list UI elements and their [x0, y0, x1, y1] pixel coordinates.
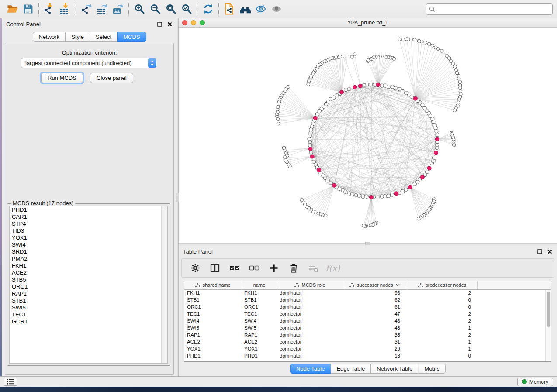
memory-button[interactable]: Memory — [517, 378, 553, 386]
mcds-result-node[interactable]: TID3 — [10, 227, 167, 234]
close-panel-button[interactable]: Close panel — [90, 73, 133, 83]
refresh-view-button[interactable] — [200, 2, 216, 16]
table-row[interactable]: STB1STB1dominator620 — [184, 296, 551, 303]
column-header-shared-name[interactable]: shared name — [184, 281, 242, 289]
network-canvas-wrap — [179, 28, 557, 243]
zoom-in-icon — [134, 3, 145, 14]
table-row[interactable]: SWI4SWI4dominator462 — [184, 317, 551, 324]
import-table-icon — [59, 3, 71, 15]
tab-select[interactable]: Select — [90, 32, 118, 42]
add-column-button[interactable] — [267, 261, 280, 275]
table-scrollbar-track[interactable] — [545, 290, 551, 361]
table-row[interactable]: ACE2ACE2connector311 — [184, 338, 551, 345]
cell-MCDS-role: dominator — [277, 296, 343, 303]
mcds-result-node[interactable]: STP4 — [10, 220, 167, 227]
mcds-result-node[interactable]: ACE2 — [10, 269, 167, 276]
table-row[interactable]: ORC1ORC1dominator610 — [184, 303, 551, 310]
cell-shared-name: SWI5 — [184, 324, 242, 331]
zoom-fit-button[interactable] — [163, 2, 179, 16]
import-network-button[interactable] — [42, 2, 57, 16]
optimization-criterion-label: Optimization criterion: — [2, 49, 177, 56]
network-window-titlebar[interactable]: YPA_prune.txt_1 — [179, 18, 557, 28]
new-network-from-file-button[interactable] — [221, 2, 237, 16]
cell-predecessor-nodes: 1 — [407, 338, 477, 345]
table-tab-node-table[interactable]: Node Table — [290, 364, 331, 374]
cell-successor-nodes: 43 — [343, 324, 407, 331]
column-header-predecessor-nodes[interactable]: predecessor nodes — [407, 281, 477, 289]
zoom-selected-button[interactable] — [179, 2, 194, 16]
save-session-icon — [23, 3, 34, 14]
cell-predecessor-nodes: 0 — [407, 296, 477, 303]
table-row[interactable]: RAP1RAP1dominator352 — [184, 331, 551, 338]
run-mcds-button[interactable]: Run MCDS — [41, 73, 83, 83]
mcds-result-node[interactable]: STB5 — [10, 276, 167, 283]
mcds-result-node[interactable]: SWI4 — [10, 241, 167, 248]
mcds-result-node[interactable]: TEC1 — [10, 311, 167, 318]
mcds-result-node[interactable]: FKH1 — [10, 262, 167, 269]
mcds-result-node[interactable]: PHD1 — [10, 206, 167, 213]
cell-name: STB1 — [242, 296, 277, 303]
table-header-row[interactable]: shared namenameMCDS rolesuccessor nodesp… — [184, 281, 551, 289]
cell-name: TEC1 — [242, 310, 277, 317]
tab-style[interactable]: Style — [65, 32, 90, 42]
table-row[interactable]: FKH1FKH1dominator962 — [184, 289, 551, 296]
search-input[interactable] — [437, 6, 550, 12]
mcds-result-node[interactable]: YOX1 — [10, 234, 167, 241]
table-row[interactable]: TEC1TEC1connector472 — [184, 310, 551, 317]
export-network-button[interactable] — [79, 2, 94, 16]
column-header-successor-nodes[interactable]: successor nodes — [343, 281, 407, 289]
float-table-panel-icon[interactable] — [536, 248, 543, 254]
column-header-name[interactable]: name — [242, 281, 277, 289]
cell-shared-name: RAP1 — [184, 331, 242, 338]
mcds-result-node[interactable]: GCR1 — [10, 318, 167, 325]
table-tab-network-table[interactable]: Network Table — [370, 364, 419, 374]
mcds-result-node[interactable]: RAP1 — [10, 290, 167, 297]
mcds-list-scrollbar[interactable] — [161, 206, 167, 363]
criterion-dropdown[interactable]: largest connected component (undirected) — [21, 58, 157, 68]
import-table-button[interactable] — [57, 2, 73, 16]
search-box[interactable] — [426, 3, 553, 15]
save-session-button[interactable] — [20, 2, 36, 16]
table-tab-edge-table[interactable]: Edge Table — [330, 364, 371, 374]
table-toolbar: f(x) — [181, 258, 554, 278]
mcds-result-list[interactable]: PHD1CAR1STP4TID3YOX1SWI4SRD1PMA2FKH1ACE2… — [9, 206, 168, 364]
mcds-result-node[interactable]: PMA2 — [10, 255, 167, 262]
mcds-result-node[interactable]: ORC1 — [10, 283, 167, 290]
toolbar-separator — [38, 3, 39, 15]
delete-columns-button[interactable] — [287, 261, 300, 275]
export-table-button[interactable] — [94, 2, 110, 16]
table-settings-button[interactable] — [189, 261, 202, 275]
open-session-button[interactable] — [4, 2, 20, 16]
column-header-MCDS-role[interactable]: MCDS role — [277, 281, 343, 289]
control-panel-tabs: NetworkStyleSelectMCDS — [32, 32, 146, 42]
table-scrollbar-thumb[interactable] — [547, 292, 550, 327]
divider-handle[interactable] — [365, 242, 370, 245]
zoom-out-button[interactable] — [147, 2, 163, 16]
select-all-rows-button[interactable] — [228, 261, 241, 275]
first-neighbors-button[interactable] — [237, 2, 253, 16]
close-table-panel-icon[interactable] — [547, 248, 553, 254]
network-canvas[interactable] — [179, 28, 557, 243]
table-row[interactable]: PHD1PHD1dominator180 — [184, 352, 551, 359]
mcds-result-node[interactable]: CAR1 — [10, 213, 167, 220]
export-image-button[interactable] — [110, 2, 126, 16]
status-list-button[interactable] — [4, 378, 17, 386]
table-row[interactable]: YOX1YOX1connector291 — [184, 345, 551, 352]
deselect-all-rows-button[interactable] — [248, 261, 261, 275]
cell-successor-nodes: 96 — [343, 289, 407, 296]
hide-selected-button[interactable] — [253, 2, 269, 16]
table-tab-motifs[interactable]: Motifs — [418, 364, 446, 374]
zoom-in-button[interactable] — [131, 2, 147, 16]
tab-network[interactable]: Network — [32, 32, 66, 42]
split-panel-button[interactable] — [208, 261, 221, 275]
mcds-result-node[interactable]: SRD1 — [10, 248, 167, 255]
float-window-icon[interactable] — [156, 21, 163, 27]
mcds-result-node[interactable]: SWI5 — [10, 304, 167, 311]
close-panel-icon[interactable] — [166, 21, 173, 27]
table-panel-title: Table Panel — [183, 248, 213, 255]
network-fan-nodes[interactable] — [275, 38, 462, 228]
mcds-result-node[interactable]: STB1 — [10, 297, 167, 304]
tab-mcds[interactable]: MCDS — [117, 32, 146, 42]
cell-name: SWI4 — [242, 317, 277, 324]
table-row[interactable]: SWI5SWI5connector431 — [184, 324, 551, 331]
